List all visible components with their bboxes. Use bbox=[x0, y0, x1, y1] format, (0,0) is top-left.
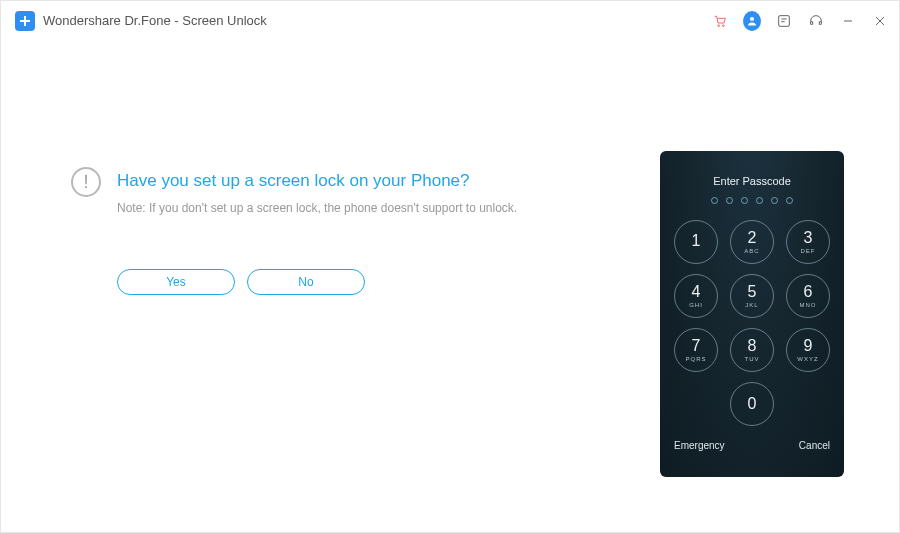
key-9: 9WXYZ bbox=[786, 328, 830, 372]
feedback-icon[interactable] bbox=[775, 12, 793, 30]
info-icon: ! bbox=[71, 167, 101, 197]
svg-rect-5 bbox=[779, 15, 790, 26]
phone-bottom-row: Emergency Cancel bbox=[660, 440, 844, 451]
cart-icon[interactable] bbox=[711, 12, 729, 30]
svg-point-3 bbox=[722, 24, 724, 26]
prompt-panel: ! Have you set up a screen lock on your … bbox=[71, 171, 517, 532]
close-button[interactable] bbox=[871, 12, 889, 30]
svg-point-4 bbox=[750, 17, 754, 21]
passcode-dot bbox=[711, 197, 718, 204]
key-3: 3DEF bbox=[786, 220, 830, 264]
key-1: 1 bbox=[674, 220, 718, 264]
key-0: 0 bbox=[730, 382, 774, 426]
svg-point-2 bbox=[718, 24, 720, 26]
support-icon[interactable] bbox=[807, 12, 825, 30]
titlebar-actions bbox=[711, 12, 889, 30]
passcode-dots bbox=[711, 197, 793, 204]
cancel-label: Cancel bbox=[799, 440, 830, 451]
content-area: ! Have you set up a screen lock on your … bbox=[1, 41, 899, 532]
key-8: 8TUV bbox=[730, 328, 774, 372]
passcode-dot bbox=[756, 197, 763, 204]
passcode-dot bbox=[726, 197, 733, 204]
user-icon[interactable] bbox=[743, 12, 761, 30]
prompt-note: Note: If you don't set up a screen lock,… bbox=[117, 201, 517, 215]
keypad: 1 2ABC 3DEF 4GHI 5JKL 6MNO 7PQRS 8TUV 9W… bbox=[674, 220, 830, 426]
passcode-dot bbox=[741, 197, 748, 204]
app-logo-icon bbox=[15, 11, 35, 31]
passcode-dot bbox=[771, 197, 778, 204]
passcode-label: Enter Passcode bbox=[713, 175, 791, 187]
app-title: Wondershare Dr.Fone - Screen Unlock bbox=[43, 13, 711, 28]
key-5: 5JKL bbox=[730, 274, 774, 318]
prompt-heading: Have you set up a screen lock on your Ph… bbox=[117, 171, 517, 191]
button-row: Yes No bbox=[117, 269, 517, 295]
app-window: Wondershare Dr.Fone - Screen Unlock bbox=[0, 0, 900, 533]
titlebar: Wondershare Dr.Fone - Screen Unlock bbox=[1, 1, 899, 41]
minimize-button[interactable] bbox=[839, 12, 857, 30]
key-6: 6MNO bbox=[786, 274, 830, 318]
no-button[interactable]: No bbox=[247, 269, 365, 295]
yes-button[interactable]: Yes bbox=[117, 269, 235, 295]
key-4: 4GHI bbox=[674, 274, 718, 318]
phone-mock: Enter Passcode 1 2ABC 3DEF 4GHI 5JKL 6MN… bbox=[660, 151, 844, 477]
passcode-dot bbox=[786, 197, 793, 204]
key-7: 7PQRS bbox=[674, 328, 718, 372]
svg-rect-1 bbox=[20, 20, 30, 22]
emergency-label: Emergency bbox=[674, 440, 725, 451]
key-2: 2ABC bbox=[730, 220, 774, 264]
